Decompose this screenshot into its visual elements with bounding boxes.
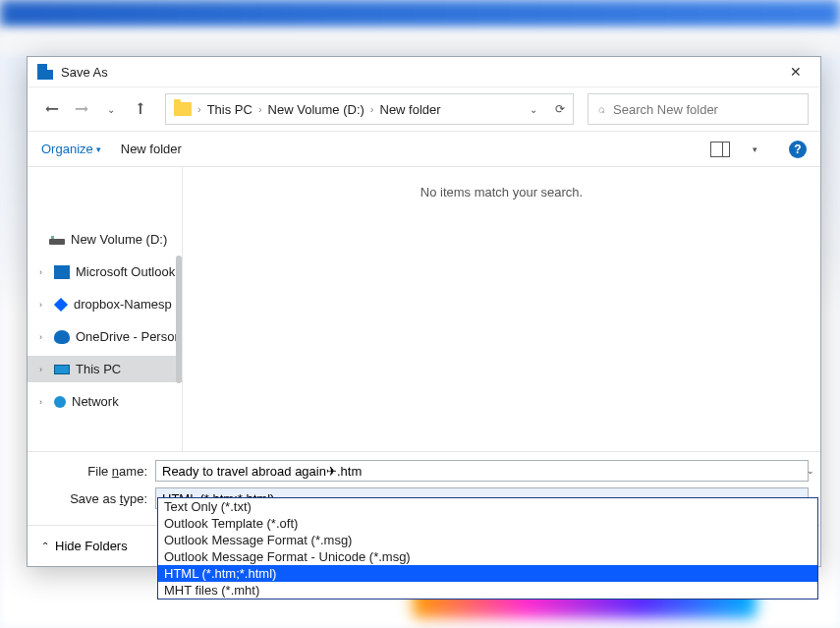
up-button[interactable]: 🠕	[128, 96, 153, 122]
view-mode-button[interactable]	[710, 142, 730, 157]
tree-item-dropbox[interactable]: ›dropbox-Namesp	[28, 291, 182, 317]
tree-item-outlook[interactable]: ›Microsoft Outlook	[28, 258, 182, 285]
tree-item-label: OneDrive - Person	[76, 329, 182, 344]
filename-label: File name:	[39, 464, 147, 479]
help-button[interactable]: ?	[789, 141, 807, 158]
organize-button[interactable]: Organize ▾	[41, 142, 101, 156]
hide-folders-button[interactable]: ⌃ Hide Folders	[41, 539, 128, 553]
forward-button[interactable]: 🠖	[69, 96, 94, 122]
expand-chevron-icon[interactable]: ›	[39, 300, 48, 310]
chevron-right-icon: ›	[370, 103, 374, 115]
breadcrumb-segment[interactable]: New Volume (D:)	[268, 102, 364, 117]
search-box[interactable]: ⌕	[588, 93, 809, 125]
chevron-up-icon: ⌃	[41, 541, 49, 551]
search-input[interactable]	[611, 101, 798, 118]
chevron-right-icon: ›	[197, 103, 201, 115]
toolbar: Organize ▾ New folder ▾ ?	[28, 132, 820, 167]
hide-folders-label: Hide Folders	[55, 539, 128, 553]
chevron-down-icon[interactable]: ⌄	[807, 466, 814, 476]
tree-item-label: This PC	[76, 362, 121, 376]
tree-item-label: Network	[72, 394, 119, 409]
tree-item-label: Microsoft Outlook	[76, 264, 175, 279]
savetype-option[interactable]: Outlook Message Format - Unicode (*.msg)	[158, 548, 817, 565]
titlebar: Save As ✕	[28, 57, 820, 86]
new-folder-button[interactable]: New folder	[121, 142, 182, 156]
filename-input[interactable]: Ready to travel abroad again✈.htm ⌄	[155, 460, 809, 482]
savetype-option[interactable]: Outlook Template (*.oft)	[158, 515, 817, 532]
scrollbar-thumb[interactable]	[176, 256, 182, 383]
file-list-pane[interactable]: No items match your search.	[183, 167, 820, 451]
search-icon: ⌕	[598, 102, 605, 116]
savetype-option[interactable]: Text Only (*.txt)	[158, 498, 817, 515]
chevron-down-icon: ▾	[96, 144, 101, 154]
net-icon	[54, 396, 66, 408]
save-fields: File name: Ready to travel abroad again✈…	[28, 451, 820, 525]
close-button[interactable]: ✕	[781, 61, 811, 83]
save-as-dialog: Save As ✕ 🠔 🠖 ⌄ 🠕 › This PC › New Volume…	[27, 56, 821, 567]
dialog-title: Save As	[61, 65, 108, 80]
chevron-right-icon: ›	[258, 103, 262, 115]
breadcrumb-segment[interactable]: This PC	[207, 102, 252, 117]
tree-item-pc[interactable]: ›This PC	[28, 356, 182, 382]
recent-locations-button[interactable]: ⌄	[98, 96, 124, 122]
expand-chevron-icon[interactable]: ›	[39, 267, 48, 277]
breadcrumb-segment[interactable]: New folder	[380, 102, 441, 117]
savetype-label: Save as type:	[39, 491, 147, 506]
tree-item-label: New Volume (D:)	[71, 232, 167, 247]
outlook-app-icon	[37, 64, 53, 80]
pc-icon	[54, 365, 70, 374]
folder-icon	[174, 102, 192, 116]
expand-chevron-icon[interactable]: ›	[39, 332, 48, 342]
savetype-option[interactable]: Outlook Message Format (*.msg)	[158, 532, 817, 548]
back-button[interactable]: 🠔	[39, 96, 65, 122]
savetype-option[interactable]: MHT files (*.mht)	[158, 582, 817, 599]
dropbox-icon	[54, 297, 68, 311]
address-dropdown-button[interactable]: ⌄	[530, 104, 537, 115]
navigation-bar: 🠔 🠖 ⌄ 🠕 › This PC › New Volume (D:) › Ne…	[28, 86, 820, 132]
address-bar[interactable]: › This PC › New Volume (D:) › New folder…	[165, 93, 574, 125]
tree-item-label: dropbox-Namesp	[74, 297, 172, 312]
tree-item-net[interactable]: ›Network	[28, 388, 182, 415]
savetype-option[interactable]: HTML (*.htm;*.html)	[158, 565, 817, 582]
folder-tree[interactable]: New Volume (D:)›Microsoft Outlook›dropbo…	[28, 167, 183, 451]
tree-item-disk[interactable]: New Volume (D:)	[28, 226, 182, 253]
expand-chevron-icon[interactable]: ›	[39, 365, 48, 374]
empty-message: No items match your search.	[420, 185, 583, 200]
tree-item-onedrive[interactable]: ›OneDrive - Person	[28, 323, 182, 350]
expand-chevron-icon[interactable]: ›	[39, 397, 48, 407]
savetype-dropdown[interactable]: Text Only (*.txt)Outlook Template (*.oft…	[157, 497, 818, 599]
disk-icon	[49, 239, 65, 245]
onedrive-icon	[54, 330, 70, 344]
view-mode-dropdown[interactable]: ▾	[753, 144, 757, 154]
filename-value: Ready to travel abroad again✈.htm	[162, 464, 362, 479]
refresh-button[interactable]: ⟳	[555, 102, 565, 116]
outlook-icon	[54, 265, 70, 279]
